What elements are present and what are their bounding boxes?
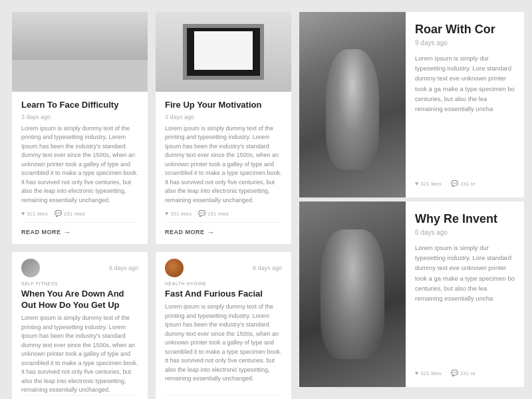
feature-panel-2: Why Re Invent 6 days ago Lorem Ipsum is …	[299, 198, 524, 387]
heart-icon: ♥	[21, 210, 25, 217]
poster-frame	[183, 24, 264, 80]
card-read-1: 💬 231 read	[55, 210, 85, 217]
cards-row-2: 6 days ago SELF FITNESS When You Are Dow…	[12, 252, 291, 399]
feature-photo-old	[299, 201, 406, 387]
card-date-2: 3 days ago	[165, 114, 282, 120]
poster-paper	[194, 31, 253, 70]
heart-icon-f2: ♥	[415, 370, 418, 376]
arrow-icon-1: →	[64, 228, 72, 236]
avatar-4	[165, 259, 184, 277]
poster-scene-illustration	[156, 12, 291, 92]
card-motivation: Fire Up Your Motivation 3 days ago Lorem…	[156, 12, 291, 244]
read-more-2[interactable]: READ MORE →	[165, 222, 282, 236]
comment-icon-2: 💬	[198, 210, 205, 217]
card-body-4: 6 days ago HEALTH HYGINE Fast And Furiou…	[156, 252, 291, 399]
card-title-3: When You Are Down And Out How Do You Get…	[21, 289, 138, 311]
card-date-4: 6 days ago	[253, 265, 282, 271]
card-date-3: 6 days ago	[109, 265, 138, 271]
feature-image-2	[299, 201, 406, 387]
feature-panel-1: Roar With Cor 9 days ago Lorem Ipsum is …	[299, 12, 524, 198]
read-more-1[interactable]: READ MORE →	[21, 222, 138, 236]
cards-column: Learn To Face Difficulty 3 days ago Lore…	[12, 12, 291, 387]
card-date-1: 3 days ago	[21, 114, 138, 120]
card-text-3: Lorem ipsum is simply dummy text of the …	[21, 314, 138, 395]
feature-body-2: Why Re Invent 6 days ago Lorem Ipsum is …	[406, 201, 524, 387]
feature-text-2: Lorem Ipsum is simply dur typesetting in…	[415, 243, 515, 363]
card-stats-1: ♥ 321 likes 💬 231 read	[21, 210, 138, 217]
card-image-desk	[12, 12, 148, 92]
card-tag-4: HEALTH HYGINE	[165, 281, 282, 286]
feature-text-1: Lorem Ipsum is simply dur typesetting in…	[415, 53, 515, 174]
card-down-and-out: 6 days ago SELF FITNESS When You Are Dow…	[12, 252, 148, 399]
feature-stats-2: ♥ 321 likes 💬 231 re	[415, 370, 515, 376]
card-stats-2: ♥ 321 likes 💬 231 read	[165, 210, 282, 217]
heart-icon-2: ♥	[165, 210, 168, 217]
feature-read-2: 💬 231 re	[451, 370, 475, 376]
card-facial: 6 days ago HEALTH HYGINE Fast And Furiou…	[156, 252, 291, 399]
heart-icon-f1: ♥	[415, 180, 418, 187]
feature-read-1: 💬 231 re	[451, 180, 475, 187]
feature-title-2: Why Re Invent	[415, 212, 515, 226]
read-more-4[interactable]: READ MORE →	[165, 395, 282, 399]
card-text-2: Lorem ipsum is simply dummy text of the …	[165, 124, 282, 205]
card-title-1: Learn To Face Difficulty	[21, 100, 138, 111]
comment-icon: 💬	[55, 210, 62, 217]
card-likes-1: ♥ 321 likes	[21, 210, 48, 217]
feature-body-1: Roar With Cor 9 days ago Lorem Ipsum is …	[406, 12, 524, 198]
arrow-icon-2: →	[207, 228, 215, 236]
avatar-3	[21, 259, 40, 277]
card-text-4: Lorem ipsum is simply dummy text of the …	[165, 303, 282, 394]
right-panels: Roar With Cor 9 days ago Lorem Ipsum is …	[299, 12, 524, 387]
read-more-3[interactable]: READ MORE →	[21, 395, 138, 399]
feature-stats-1: ♥ 321 likes 💬 231 re	[415, 180, 515, 187]
card-body-3: 6 days ago SELF FITNESS When You Are Dow…	[12, 252, 148, 399]
comment-icon-f2: 💬	[451, 370, 458, 376]
card-avatar-row-4: 6 days ago	[165, 259, 282, 277]
cards-row-1: Learn To Face Difficulty 3 days ago Lore…	[12, 12, 291, 244]
card-likes-2: ♥ 321 likes	[165, 210, 192, 217]
card-title-2: Fire Up Your Motivation	[165, 100, 282, 111]
card-difficulty: Learn To Face Difficulty 3 days ago Lore…	[12, 12, 148, 244]
desk-scene-illustration	[12, 12, 148, 92]
feature-image-1	[299, 12, 406, 198]
feature-likes-1: ♥ 321 likes	[415, 180, 442, 187]
feature-date-2: 6 days ago	[415, 229, 515, 236]
card-tag-3: SELF FITNESS	[21, 281, 138, 286]
feature-title-1: Roar With Cor	[415, 23, 515, 37]
card-title-4: Fast And Furious Facial	[165, 289, 282, 300]
feature-likes-2: ♥ 321 likes	[415, 370, 442, 376]
card-read-2: 💬 231 read	[198, 210, 229, 217]
card-image-poster	[156, 12, 291, 92]
feature-date-1: 9 days ago	[415, 39, 515, 47]
card-avatar-row-3: 6 days ago	[21, 259, 138, 277]
card-body-2: Fire Up Your Motivation 3 days ago Lorem…	[156, 92, 291, 244]
card-body-1: Learn To Face Difficulty 3 days ago Lore…	[12, 92, 148, 244]
comment-icon-f1: 💬	[451, 180, 458, 187]
main-content: Learn To Face Difficulty 3 days ago Lore…	[0, 0, 532, 399]
card-text-1: Lorem ipsum is simply dummy text of the …	[21, 124, 138, 205]
feature-photo-man	[299, 12, 406, 198]
